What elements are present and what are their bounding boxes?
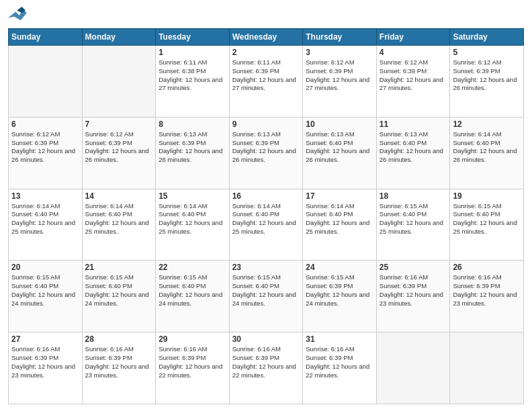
calendar-cell: 10Sunrise: 6:13 AM Sunset: 6:40 PM Dayli… [303, 117, 377, 189]
calendar-cell: 5Sunrise: 6:12 AM Sunset: 6:39 PM Daylig… [450, 46, 524, 118]
day-number: 20 [11, 263, 79, 272]
day-number: 14 [85, 191, 153, 201]
calendar-week-2: 6Sunrise: 6:12 AM Sunset: 6:39 PM Daylig… [9, 117, 524, 189]
day-number: 11 [380, 120, 447, 129]
day-number: 1 [159, 48, 226, 57]
calendar-cell: 9Sunrise: 6:13 AM Sunset: 6:39 PM Daylig… [229, 117, 303, 189]
day-info: Sunrise: 6:14 AM Sunset: 6:40 PM Dayligh… [11, 202, 79, 236]
day-info: Sunrise: 6:13 AM Sunset: 6:40 PM Dayligh… [380, 130, 447, 165]
calendar-cell: 25Sunrise: 6:16 AM Sunset: 6:39 PM Dayli… [376, 261, 450, 332]
calendar-cell [82, 46, 156, 118]
day-info: Sunrise: 6:16 AM Sunset: 6:39 PM Dayligh… [453, 273, 521, 308]
calendar-week-4: 20Sunrise: 6:15 AM Sunset: 6:40 PM Dayli… [9, 261, 524, 332]
day-number: 17 [306, 191, 373, 201]
day-info: Sunrise: 6:15 AM Sunset: 6:40 PM Dayligh… [380, 202, 447, 236]
day-info: Sunrise: 6:15 AM Sunset: 6:40 PM Dayligh… [11, 273, 79, 308]
day-number: 9 [232, 120, 300, 129]
calendar-cell: 2Sunrise: 6:11 AM Sunset: 6:39 PM Daylig… [229, 46, 303, 118]
day-info: Sunrise: 6:14 AM Sunset: 6:40 PM Dayligh… [232, 202, 300, 236]
calendar-cell: 8Sunrise: 6:13 AM Sunset: 6:39 PM Daylig… [156, 117, 230, 189]
day-number: 19 [453, 191, 521, 201]
day-info: Sunrise: 6:14 AM Sunset: 6:40 PM Dayligh… [306, 202, 373, 236]
day-number: 25 [380, 263, 447, 272]
calendar-header-saturday: Saturday [450, 29, 524, 46]
calendar-cell: 20Sunrise: 6:15 AM Sunset: 6:40 PM Dayli… [9, 261, 83, 332]
day-number: 28 [85, 334, 153, 344]
calendar-week-5: 27Sunrise: 6:16 AM Sunset: 6:39 PM Dayli… [9, 332, 524, 404]
day-info: Sunrise: 6:13 AM Sunset: 6:39 PM Dayligh… [232, 130, 300, 165]
day-number: 30 [232, 334, 300, 344]
day-info: Sunrise: 6:16 AM Sunset: 6:39 PM Dayligh… [306, 345, 373, 379]
day-info: Sunrise: 6:16 AM Sunset: 6:39 PM Dayligh… [159, 345, 226, 379]
day-info: Sunrise: 6:13 AM Sunset: 6:40 PM Dayligh… [306, 130, 373, 165]
calendar-cell: 28Sunrise: 6:16 AM Sunset: 6:39 PM Dayli… [82, 332, 156, 404]
calendar-header-wednesday: Wednesday [229, 29, 303, 46]
calendar-cell: 19Sunrise: 6:15 AM Sunset: 6:40 PM Dayli… [450, 189, 524, 261]
day-number: 29 [159, 334, 226, 344]
calendar-header-row: SundayMondayTuesdayWednesdayThursdayFrid… [9, 29, 524, 46]
day-number: 18 [380, 191, 447, 201]
logo [8, 7, 30, 23]
day-number: 3 [306, 48, 373, 57]
calendar-table: SundayMondayTuesdayWednesdayThursdayFrid… [8, 28, 524, 404]
calendar-cell: 24Sunrise: 6:15 AM Sunset: 6:39 PM Dayli… [303, 261, 377, 332]
calendar-cell: 3Sunrise: 6:12 AM Sunset: 6:39 PM Daylig… [303, 46, 377, 118]
day-number: 8 [159, 120, 226, 129]
page-header [8, 7, 524, 23]
calendar-header-monday: Monday [82, 29, 156, 46]
calendar-header-tuesday: Tuesday [156, 29, 230, 46]
day-info: Sunrise: 6:16 AM Sunset: 6:39 PM Dayligh… [11, 345, 79, 379]
calendar-cell [376, 332, 450, 404]
day-number: 23 [232, 263, 300, 272]
calendar-header-friday: Friday [376, 29, 450, 46]
calendar-cell: 17Sunrise: 6:14 AM Sunset: 6:40 PM Dayli… [303, 189, 377, 261]
day-info: Sunrise: 6:12 AM Sunset: 6:39 PM Dayligh… [11, 130, 79, 165]
day-number: 22 [159, 263, 226, 272]
day-info: Sunrise: 6:12 AM Sunset: 6:39 PM Dayligh… [380, 58, 447, 93]
calendar-cell: 21Sunrise: 6:15 AM Sunset: 6:40 PM Dayli… [82, 261, 156, 332]
calendar-cell: 29Sunrise: 6:16 AM Sunset: 6:39 PM Dayli… [156, 332, 230, 404]
day-info: Sunrise: 6:12 AM Sunset: 6:39 PM Dayligh… [306, 58, 373, 93]
day-info: Sunrise: 6:12 AM Sunset: 6:39 PM Dayligh… [85, 130, 153, 165]
day-number: 7 [85, 120, 153, 129]
day-number: 26 [453, 263, 521, 272]
day-info: Sunrise: 6:15 AM Sunset: 6:40 PM Dayligh… [453, 202, 521, 236]
day-info: Sunrise: 6:16 AM Sunset: 6:39 PM Dayligh… [232, 345, 300, 379]
day-info: Sunrise: 6:15 AM Sunset: 6:40 PM Dayligh… [232, 273, 300, 308]
day-number: 12 [453, 120, 521, 129]
calendar-cell: 26Sunrise: 6:16 AM Sunset: 6:39 PM Dayli… [450, 261, 524, 332]
day-number: 24 [306, 263, 373, 272]
calendar-header-sunday: Sunday [9, 29, 83, 46]
calendar-cell [450, 332, 524, 404]
day-info: Sunrise: 6:15 AM Sunset: 6:39 PM Dayligh… [306, 273, 373, 308]
calendar-cell: 7Sunrise: 6:12 AM Sunset: 6:39 PM Daylig… [82, 117, 156, 189]
calendar-cell: 14Sunrise: 6:14 AM Sunset: 6:40 PM Dayli… [82, 189, 156, 261]
day-number: 15 [159, 191, 226, 201]
day-number: 6 [11, 120, 79, 129]
calendar-cell: 1Sunrise: 6:11 AM Sunset: 6:38 PM Daylig… [156, 46, 230, 118]
calendar-cell: 16Sunrise: 6:14 AM Sunset: 6:40 PM Dayli… [229, 189, 303, 261]
day-number: 10 [306, 120, 373, 129]
day-number: 21 [85, 263, 153, 272]
day-info: Sunrise: 6:11 AM Sunset: 6:39 PM Dayligh… [232, 58, 300, 93]
calendar-cell: 4Sunrise: 6:12 AM Sunset: 6:39 PM Daylig… [376, 46, 450, 118]
calendar-cell: 30Sunrise: 6:16 AM Sunset: 6:39 PM Dayli… [229, 332, 303, 404]
day-info: Sunrise: 6:16 AM Sunset: 6:39 PM Dayligh… [85, 345, 153, 379]
logo-icon [8, 7, 27, 23]
calendar-week-1: 1Sunrise: 6:11 AM Sunset: 6:38 PM Daylig… [9, 46, 524, 118]
calendar-week-3: 13Sunrise: 6:14 AM Sunset: 6:40 PM Dayli… [9, 189, 524, 261]
day-number: 16 [232, 191, 300, 201]
day-info: Sunrise: 6:14 AM Sunset: 6:40 PM Dayligh… [85, 202, 153, 236]
calendar-cell [9, 46, 83, 118]
calendar-cell: 27Sunrise: 6:16 AM Sunset: 6:39 PM Dayli… [9, 332, 83, 404]
calendar-cell: 31Sunrise: 6:16 AM Sunset: 6:39 PM Dayli… [303, 332, 377, 404]
day-info: Sunrise: 6:11 AM Sunset: 6:38 PM Dayligh… [159, 58, 226, 93]
day-info: Sunrise: 6:15 AM Sunset: 6:40 PM Dayligh… [159, 273, 226, 308]
calendar-header-thursday: Thursday [303, 29, 377, 46]
day-number: 2 [232, 48, 300, 57]
calendar-cell: 15Sunrise: 6:14 AM Sunset: 6:40 PM Dayli… [156, 189, 230, 261]
calendar-cell: 6Sunrise: 6:12 AM Sunset: 6:39 PM Daylig… [9, 117, 83, 189]
day-info: Sunrise: 6:16 AM Sunset: 6:39 PM Dayligh… [380, 273, 447, 308]
calendar-cell: 11Sunrise: 6:13 AM Sunset: 6:40 PM Dayli… [376, 117, 450, 189]
day-number: 5 [453, 48, 521, 57]
